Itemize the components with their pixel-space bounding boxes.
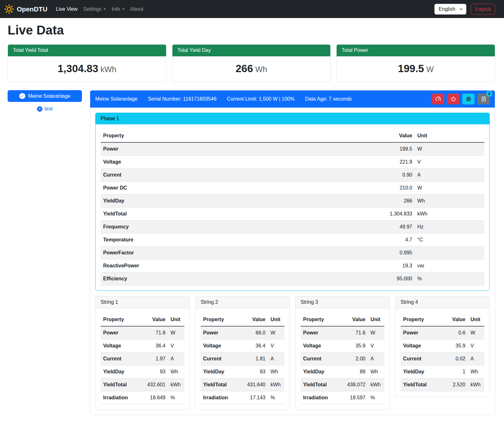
table-row: Voltage 221.9 V [101, 156, 484, 169]
logout-button[interactable]: Logout [471, 4, 495, 15]
brand-link[interactable]: OpenDTU [4, 4, 47, 14]
string-3-table: Property Value Unit Power [301, 313, 384, 404]
property-name: Power [201, 326, 243, 340]
property-unit: Wh [468, 365, 484, 378]
table-row: YieldTotal 2.520 kWh [401, 378, 484, 391]
property-unit: A [415, 169, 484, 182]
power-toggle-button[interactable] [447, 94, 459, 104]
property-name: Voltage [201, 340, 243, 352]
property-name: YieldDay [101, 365, 143, 378]
string-2-card: String 2 Property Value Unit [195, 296, 290, 410]
property-unit: % [168, 391, 184, 404]
property-value: 18.597 [343, 391, 368, 404]
property-unit: kWh [168, 378, 184, 391]
property-unit: Hz [415, 221, 484, 234]
table-row: Current 1.97 A [101, 352, 184, 365]
device-info-button[interactable] [462, 94, 475, 104]
property-value: 71.6 [343, 326, 368, 340]
journal-icon [481, 96, 487, 102]
property-name: YieldTotal [101, 208, 367, 221]
property-unit: % [368, 391, 384, 404]
language-select[interactable]: English [434, 4, 466, 15]
nav-item-live-view[interactable]: Live View [53, 4, 80, 15]
column-header-property: Property [101, 313, 143, 326]
brand-label: OpenDTU [17, 5, 47, 13]
table-header-row: Property Value Unit [401, 313, 484, 326]
property-unit: Wh [168, 365, 184, 378]
property-name: YieldTotal [301, 378, 343, 391]
string-1-header: String 1 [96, 296, 190, 308]
inverter-card: Meine Solaranlage Serial Number: 1161716… [90, 90, 495, 415]
string-3-header: String 3 [296, 296, 389, 308]
property-value: 35.9 [443, 340, 468, 352]
column-header-value: Value [143, 313, 168, 326]
table-row: Voltage 36.4 V [101, 340, 184, 352]
property-name: Temperature [101, 234, 367, 246]
table-head: Property Value Unit [101, 313, 184, 326]
table-row: YieldTotal 431.640 kWh [201, 378, 284, 391]
property-value: 2.520 [443, 378, 468, 391]
column-header-property: Property [401, 313, 443, 326]
event-log-button[interactable]: 2 [477, 94, 490, 104]
inverter-select-button-active[interactable]: ✓ Meine Solaranlage [8, 90, 82, 102]
table-row: YieldDay 1 Wh [401, 365, 484, 378]
nav-item-settings[interactable]: Settings [80, 4, 109, 15]
property-unit: °C [415, 234, 484, 246]
table-row: Current 1.81 A [201, 352, 284, 365]
inverter-serial: Serial Number: 116171603546 [148, 96, 216, 102]
table-row: YieldDay 266 Wh [101, 195, 484, 208]
property-name: Voltage [101, 156, 367, 169]
table-row: Irradiation 17.143 % [201, 391, 284, 404]
column-header-unit: Unit [415, 129, 484, 142]
total-power-value: 199.5 [398, 63, 424, 74]
table-row: ReactivePower 19.3 var [101, 259, 484, 272]
property-name: Current [201, 352, 243, 365]
nav-item-info[interactable]: Info [109, 4, 128, 15]
property-value: 18.649 [143, 391, 168, 404]
column-header-value: Value [367, 129, 415, 142]
table-head: Property Value Unit [101, 129, 484, 142]
inverter-name: Meine Solaranlage [95, 96, 137, 102]
table-row: Efficiency 95.000 % [101, 272, 484, 285]
card-header: Total Yield Total [8, 45, 166, 56]
table-row: Frequency 49.97 Hz [101, 221, 484, 234]
property-unit: kWh [415, 208, 484, 221]
string-2-table: Property Value Unit Power [201, 313, 284, 404]
string-2-body: Property Value Unit Power [196, 308, 289, 409]
table-row: YieldTotal 1,304.833 kWh [101, 208, 484, 221]
property-name: Current [401, 352, 443, 365]
column-header-value: Value [443, 313, 468, 326]
property-unit: W [368, 326, 384, 340]
nav-item-about[interactable]: About [128, 4, 146, 15]
property-name: Power DC [101, 182, 367, 195]
property-unit: kWh [268, 378, 284, 391]
table-row: Voltage 36.4 V [201, 340, 284, 352]
chevron-down-icon [103, 9, 106, 10]
card-body: 1,304.83kWh [8, 56, 166, 82]
property-name: YieldTotal [101, 378, 143, 391]
property-unit: Wh [415, 195, 484, 208]
navbar-left: OpenDTU Live View Settings Info About [4, 4, 146, 15]
phase-1-table: Property Value Unit Power [101, 129, 484, 285]
card-header: Total Yield Day [172, 45, 331, 56]
table-row: YieldTotal 432.601 kWh [101, 378, 184, 391]
property-value: 2.00 [343, 352, 368, 365]
column-header-property: Property [201, 313, 243, 326]
column-header-value: Value [343, 313, 368, 326]
property-unit [415, 246, 484, 259]
property-value: 83 [243, 365, 268, 378]
speedometer-icon [435, 96, 441, 102]
table-head: Property Value Unit [401, 313, 484, 326]
property-name: Irradiation [201, 391, 243, 404]
column-header-unit: Unit [468, 313, 484, 326]
limit-settings-button[interactable] [432, 94, 444, 104]
table-row: Power 0.6 W [401, 326, 484, 340]
table-row: YieldDay 83 Wh [201, 365, 284, 378]
inverter-actions: 2 [432, 94, 490, 104]
string-4-card: String 4 Property Value Unit [395, 296, 490, 397]
table-row: Power 66.0 W [201, 326, 284, 340]
property-name: Irradiation [301, 391, 343, 404]
string-4-header: String 4 [395, 296, 489, 308]
inverter-select-button-test[interactable]: ✕ test [8, 106, 82, 112]
property-unit: kWh [368, 378, 384, 391]
